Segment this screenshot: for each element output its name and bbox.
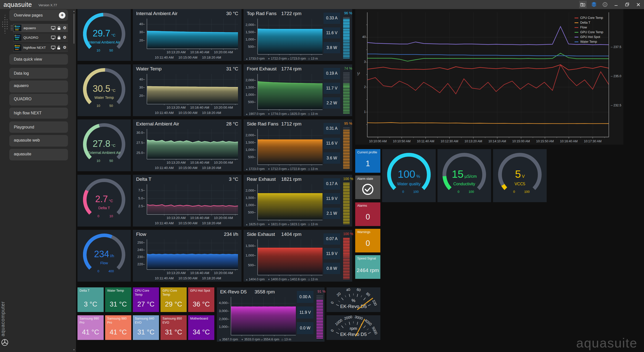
sensor-tile-samsung-850-evo[interactable]: Samsung 850 EVO31 °C [160, 315, 187, 340]
stat-time: ◷13 m [308, 167, 318, 171]
tile-value: 0 [355, 212, 380, 222]
sensor-tile-gpu-core-temp[interactable]: GPU Core Temp29 °C [160, 287, 187, 312]
sidebar-page-quadro[interactable]: QUADRO⚙ [13, 33, 68, 42]
readout-watt-value: 2.1 W [327, 211, 337, 216]
add-page-button[interactable]: + [59, 12, 65, 19]
legend-label: Flow [580, 26, 587, 29]
gear-icon[interactable]: ⚙ [62, 35, 67, 40]
gauge-card-water-quality: 100%Water quality0100 [382, 149, 436, 202]
stat-max-value: 1723.0 rpm [249, 167, 265, 171]
monitor-icon[interactable] [51, 35, 55, 40]
power-bar-unfilled [343, 72, 350, 83]
x-axis-time-label: 10:12:30 AM [441, 140, 458, 143]
dial-tick-label: 60 [356, 287, 361, 292]
sidebar: Overview pages + aquaero⚙QUADRO⚙highflow… [0, 9, 76, 352]
sidebar-item-aquasuite-web[interactable]: aquasuite web [9, 135, 68, 147]
stat-min-icon: ▼ [268, 278, 270, 281]
screenshot-camera-icon[interactable] [579, 1, 587, 8]
stat-avg-value: 1722.8 rpm [290, 167, 306, 171]
drag-handle-dots[interactable] [11, 25, 13, 31]
sidebar-item-data-quick-view[interactable]: Data quick view [9, 54, 68, 65]
fan-card-front-exhaust: Front Exhaust1774 rpm2,000–1,500–1,000–5… [244, 64, 352, 116]
sidebar-item-label: aquaero [14, 83, 29, 88]
status-tile-alarm-state[interactable]: Alarm state [355, 175, 380, 199]
series-gpu-hot-spot [367, 27, 609, 45]
gauge-min: 10 [97, 104, 100, 108]
sidebar-item-data-log[interactable]: Data log [9, 68, 68, 79]
status-tile-current-profile[interactable]: Current profile1 [355, 149, 380, 173]
stat-time: ◷13 m [308, 112, 318, 116]
y-axis-label: 30– [135, 85, 145, 89]
monitor-icon[interactable] [51, 26, 55, 30]
x-axis-label: 10:11:40 AM [155, 111, 174, 115]
power-bar-unfilled [343, 17, 350, 19]
scrollbar-thumb[interactable] [73, 14, 74, 44]
gear-icon[interactable]: ⚙ [62, 45, 67, 50]
sidebar-page-highflow-next[interactable]: highflow NEXT⚙ [13, 43, 68, 52]
sensor-tile-samsung-840-evo[interactable]: Samsung 840 EVO31 °C [133, 315, 159, 340]
y-axis-label: 1,500– [246, 30, 256, 34]
sensor-tile-gpu-hot-spot[interactable]: GPU Hot Spot36 °C [188, 287, 214, 312]
y-axis-label: 240– [135, 248, 145, 252]
restore-button[interactable] [623, 1, 631, 8]
stat-time-icon: ◷ [308, 57, 310, 60]
gear-icon[interactable]: ⚙ [62, 26, 67, 30]
sensor-tile-cpu-core-temp[interactable]: CPU Core Temp27 °C [133, 287, 159, 312]
readout-amp-value: 0.17 A [326, 182, 337, 186]
x-axis-label: 10:15:00 AM [178, 56, 197, 59]
sidebar-item-label: Playground [14, 125, 34, 129]
fan-title: Front Exhaust [247, 66, 276, 72]
close-button[interactable] [634, 1, 642, 8]
sensor-tile-motherboard[interactable]: Motherboard34 °C [188, 315, 214, 340]
scroll-up-icon[interactable]: ▲ [73, 10, 75, 12]
x-axis-label: 10:13:20 AM [167, 271, 186, 275]
status-tile-warnings[interactable]: Warnings0 [355, 229, 380, 252]
gauge-max: 50 [109, 49, 113, 52]
gauge-label: VCC5 [514, 182, 525, 186]
fan-card-side-rad-fans: Side Rad Fans1712 rpm2,000–1,500–1,000–5… [244, 119, 352, 171]
info-icon[interactable] [601, 1, 609, 8]
minimize-button[interactable] [612, 1, 620, 8]
sidebar-item-aquasuite[interactable]: aquasuite [9, 149, 68, 160]
aquacomputer-logo-icon[interactable] [1, 339, 8, 346]
lock-open-icon[interactable] [57, 45, 61, 50]
lock-icon[interactable] [57, 26, 61, 30]
analog-gauge-ek-revo-d5: 020406080100%EK-Revo D5 [327, 287, 380, 312]
fan-title: Top Rad Fans [247, 11, 276, 16]
lock-icon[interactable] [57, 35, 61, 40]
sidebar-scrollbar[interactable]: ▲ ▼ [73, 10, 75, 351]
y-axis-label: 7.5– [135, 188, 145, 192]
sidebar-item-quadro[interactable]: QUADRO [9, 94, 68, 106]
y-axis-label: 20– [135, 38, 145, 42]
sensor-tile-samsung-990-pro[interactable]: Samsung 990 Pro41 °C [77, 315, 104, 340]
sidebar-item-aquaero[interactable]: aquaero [9, 80, 68, 93]
y-axis-label: 1,000– [246, 203, 256, 207]
sidebar-item-high-flow-next[interactable]: high flow NEXT [9, 108, 68, 119]
dial-tick-label: 80 [365, 291, 371, 297]
sidebar-page-aquaero[interactable]: aquaero⚙ [13, 24, 68, 32]
sensor-tile-samsung-980-pro[interactable]: Samsung 980 Pro41 °C [105, 315, 131, 340]
stat-max: ▲3567.0 rpm [219, 338, 238, 341]
stat-time-icon: ◷ [308, 278, 310, 281]
sidebar-item-playground[interactable]: Playground [9, 121, 68, 133]
dial-tick-label: 0 [330, 301, 335, 304]
layers-icon[interactable] [590, 1, 598, 8]
tile-label: Alarm state [357, 177, 379, 181]
sensor-tile-water-temp[interactable]: Water Temp31 °C [105, 287, 131, 312]
analog-gauge-rpm-ek-revo-d5: 010002000300040005000rpmEK-Revo D5 [327, 315, 380, 340]
scroll-down-icon[interactable]: ▼ [73, 349, 75, 351]
readout-volt-value: 11.9 V [299, 310, 311, 315]
monitor-icon[interactable] [51, 45, 55, 50]
y-axis-label: 30.0– [135, 131, 145, 135]
dial-tick-label: 2000 [344, 315, 353, 321]
readout-watt: 3.6 W [324, 152, 340, 164]
status-tile-alarms[interactable]: Alarms0 [355, 202, 380, 226]
check-circle-icon [355, 183, 380, 196]
x-axis-time-label: 10:15:00 AM [512, 140, 530, 143]
stat-avg: ⌀1402.6 rpm [288, 278, 306, 281]
sensor-tile-delta-t[interactable]: Delta T3 °C [77, 287, 104, 312]
readout-watt-value: 3.6 W [327, 156, 337, 160]
gauge-min: 0 [402, 190, 404, 194]
status-tile-speed-signal[interactable]: Speed Signal2464 rpm [355, 255, 380, 279]
power-bar-gauge [316, 295, 323, 339]
